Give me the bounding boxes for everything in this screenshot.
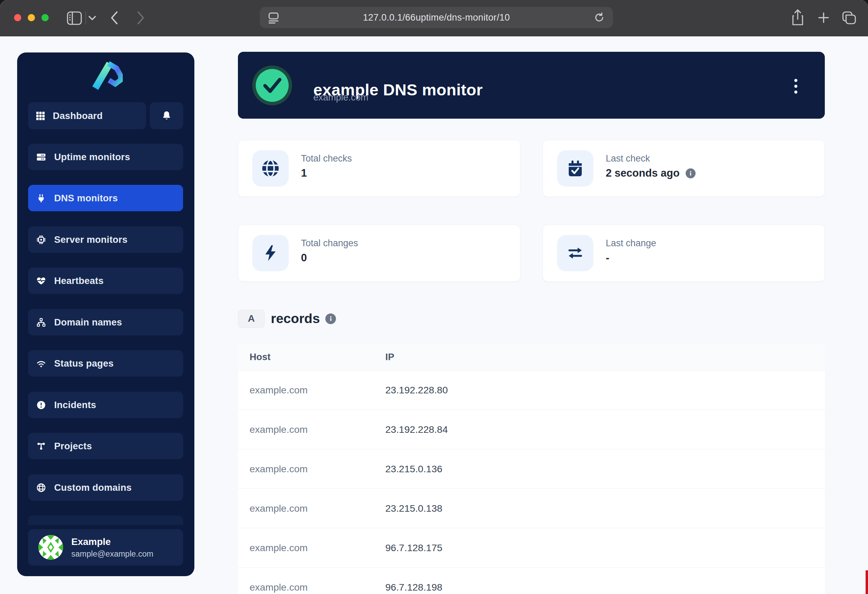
table-row: example.com 23.192.228.80 [238,370,825,410]
globe-solid-icon [252,150,289,186]
monitor-target: example.com [313,92,369,103]
table-row: example.com 96.7.128.175 [238,528,825,567]
dashboard-grid-icon [28,111,53,121]
info-icon[interactable] [325,313,336,324]
sidebar-item-status-pages[interactable]: Status pages [28,350,183,377]
url-text[interactable]: 127.0.0.1/66uptime/dns-monitor/10 [260,7,613,28]
circle-exclamation-icon [28,400,54,410]
chevron-down-icon[interactable] [88,15,96,21]
avatar [38,535,63,560]
sidebar-item-label: Uptime monitors [54,152,130,163]
sidebar-item-label: DNS monitors [54,193,118,204]
browser-window: 127.0.0.1/66uptime/dns-monitor/10 [0,0,868,594]
kebab-dot [794,90,797,94]
sidebar-item-label: Status pages [54,358,114,369]
sidebar-item-dns-monitors[interactable]: DNS monitors [28,185,183,211]
stat-value: 1 [301,167,307,179]
info-icon[interactable] [686,168,695,178]
share-icon[interactable] [791,9,804,26]
stat-card-last-change: Last change - [543,225,825,282]
back-button-icon[interactable] [110,10,119,25]
cell-host: example.com [238,582,385,593]
app-logo [89,59,123,92]
dns-records-table: Host IP example.com 23.192.228.80 exampl… [238,344,825,594]
stat-label: Total checks [301,153,352,164]
cell-host: example.com [238,384,385,396]
cell-host: example.com [238,463,385,475]
user-menu[interactable]: Example sample@example.com [28,529,183,566]
user-email: sample@example.com [71,550,153,559]
stat-value: 0 [301,252,307,264]
stat-card-last-check: Last check 2 seconds ago [543,140,825,197]
records-section-header: A records [238,309,336,328]
cell-ip: 23.192.228.84 [385,424,448,435]
new-tab-icon[interactable] [818,12,829,23]
app-page: Dashboard [0,36,868,594]
minimize-window-button[interactable] [28,14,35,21]
microchip-icon [28,235,54,245]
sidebar-item-label: Server monitors [54,234,127,245]
table-row: example.com 23.215.0.138 [238,489,825,528]
cell-host: example.com [238,542,385,554]
sidebar-item-label: Heartbeats [54,275,103,287]
address-bar[interactable]: 127.0.0.1/66uptime/dns-monitor/10 [260,7,613,28]
sidebar-item-label: Custom domains [54,482,131,493]
calendar-check-icon [557,150,593,186]
heart-pulse-icon [28,276,54,286]
reload-icon[interactable] [594,12,605,23]
monitor-options-button[interactable] [790,72,802,100]
screen-edge-artifact [866,570,868,594]
stat-value: - [606,252,609,264]
stat-label: Total changes [301,238,358,249]
status-ok-icon [252,65,292,106]
bell-icon [161,111,172,121]
monitor-header-card: example DNS monitor example.com [238,52,825,119]
sidebar-item-label: Projects [54,441,92,452]
sidebar-item-domain-names[interactable]: Domain names [28,309,183,335]
table-row: example.com 23.192.228.84 [238,410,825,449]
toolbar-divider [86,11,86,24]
table-row: example.com 23.215.0.136 [238,449,825,489]
record-type-badge: A [238,310,265,328]
sidebar-item-uptime-monitors[interactable]: Uptime monitors [28,144,183,170]
right-left-arrows-icon [557,235,593,271]
sidebar-item-label: Domain names [54,317,122,328]
kebab-dot [794,79,797,82]
sidebar-item-partial[interactable] [28,516,183,525]
cell-host: example.com [238,424,385,435]
column-header-ip: IP [385,352,394,362]
wifi-icon [28,358,54,369]
close-window-button[interactable] [14,14,21,21]
table-row: example.com 96.7.128.198 [238,567,825,594]
table-header-row: Host IP [238,344,825,370]
forward-button-icon[interactable] [136,10,145,25]
cell-host: example.com [238,503,385,514]
sidebar-item-incidents[interactable]: Incidents [28,392,183,418]
browser-toolbar: 127.0.0.1/66uptime/dns-monitor/10 [0,0,868,36]
sidebar-item-projects[interactable]: Projects [28,433,183,459]
kebab-dot [794,85,797,88]
screen: 127.0.0.1/66uptime/dns-monitor/10 [0,0,868,594]
cell-ip: 96.7.128.175 [385,542,442,554]
sidebar-item-custom-domains[interactable]: Custom domains [28,474,183,501]
sidebar-item-heartbeats[interactable]: Heartbeats [28,267,183,294]
column-header-host: Host [238,352,385,362]
stat-label: Last check [606,153,650,164]
sidebar: Dashboard [17,52,194,576]
sidebar-toggle-icon[interactable] [66,11,82,25]
share-nodes-icon [28,441,54,451]
stat-card-total-checks: Total checks 1 [238,140,520,197]
sitemap-icon [28,317,54,328]
sidebar-item-server-monitors[interactable]: Server monitors [28,226,183,253]
records-title: records [271,311,320,326]
server-icon [28,152,54,162]
sidebar-item-dashboard[interactable]: Dashboard [28,102,146,129]
tab-overview-icon[interactable] [842,11,856,25]
cell-ip: 23.215.0.136 [385,463,442,475]
sidebar-item-label: Incidents [54,399,96,411]
stat-card-total-changes: Total changes 0 [238,225,520,282]
zoom-window-button[interactable] [41,14,49,21]
user-name: Example [71,536,153,547]
stat-label: Last change [606,238,656,249]
notifications-button[interactable] [150,102,183,129]
